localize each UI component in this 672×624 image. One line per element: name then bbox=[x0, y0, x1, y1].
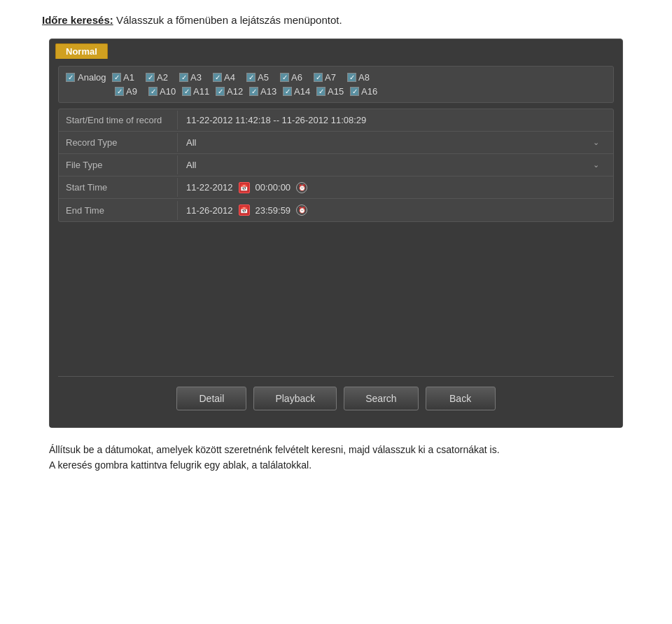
form-row-start-time: Start Time 11-22-2012 📅 00:00:00 ⏰ bbox=[59, 176, 613, 199]
file-type-label: File Type bbox=[59, 155, 178, 174]
tab-bar: Normal bbox=[50, 39, 622, 59]
channel-a1: ✓A1 bbox=[112, 72, 141, 83]
footer-line1: Állítsuk be a dátumokat, amelyek között … bbox=[49, 442, 623, 457]
channel-a4: ✓A4 bbox=[213, 72, 242, 83]
start-clock-icon[interactable]: ⏰ bbox=[296, 182, 307, 193]
start-date-text: 11-22-2012 bbox=[186, 182, 233, 193]
form-row-file-type: File Type All ⌄ bbox=[59, 154, 613, 176]
dvr-panel: Normal ✓ Analog ✓A1 ✓A2 ✓A3 ✓A4 ✓A5 ✓A6 … bbox=[49, 39, 623, 428]
form-section: Start/End time of record 11-22-2012 11:4… bbox=[58, 109, 614, 222]
form-row-record-type: Record Type All ⌄ bbox=[59, 132, 613, 154]
analog-checkbox[interactable]: ✓ bbox=[66, 73, 75, 82]
channel-a14: ✓A14 bbox=[283, 86, 312, 97]
footer-text: Állítsuk be a dátumokat, amelyek között … bbox=[49, 442, 623, 473]
channel-a8: ✓A8 bbox=[347, 72, 377, 83]
dvr-content: ✓ Analog ✓A1 ✓A2 ✓A3 ✓A4 ✓A5 ✓A6 ✓A7 ✓A8… bbox=[50, 59, 622, 427]
channel-a12: ✓A12 bbox=[216, 86, 245, 97]
analog-label: ✓ Analog bbox=[66, 72, 108, 83]
header-instruction: Időre keresés: Válasszuk a főmenüben a l… bbox=[42, 14, 630, 26]
start-time-text: 00:00:00 bbox=[255, 182, 291, 193]
channel-a5: ✓A5 bbox=[246, 72, 276, 83]
start-end-label: Start/End time of record bbox=[59, 111, 178, 130]
channel-a13: ✓A13 bbox=[249, 86, 279, 97]
back-button[interactable]: Back bbox=[426, 387, 496, 410]
header-text: Válasszuk a főmenüben a lejátszás menüpo… bbox=[113, 14, 342, 26]
end-time-value: 11-26-2012 📅 23:59:59 ⏰ bbox=[178, 200, 613, 220]
end-time-label: End Time bbox=[59, 201, 178, 220]
file-type-value[interactable]: All ⌄ bbox=[178, 155, 613, 174]
record-type-label: Record Type bbox=[59, 133, 178, 152]
channel-section: ✓ Analog ✓A1 ✓A2 ✓A3 ✓A4 ✓A5 ✓A6 ✓A7 ✓A8… bbox=[58, 66, 614, 103]
start-end-value: 11-22-2012 11:42:18 -- 11-26-2012 11:08:… bbox=[178, 111, 613, 130]
end-time-text: 23:59:59 bbox=[255, 205, 291, 216]
header-bold: Időre keresés: bbox=[42, 14, 113, 26]
channel-a6: ✓A6 bbox=[280, 72, 309, 83]
channel-a10: ✓A10 bbox=[148, 86, 178, 97]
form-row-start-end: Start/End time of record 11-22-2012 11:4… bbox=[59, 109, 613, 132]
start-time-label: Start Time bbox=[59, 178, 178, 197]
start-calendar-icon[interactable]: 📅 bbox=[239, 182, 250, 193]
button-row: Detail Playback Search Back bbox=[58, 376, 614, 420]
end-calendar-icon[interactable]: 📅 bbox=[239, 204, 250, 216]
channel-a11: ✓A11 bbox=[182, 86, 211, 97]
channel-row-1: ✓ Analog ✓A1 ✓A2 ✓A3 ✓A4 ✓A5 ✓A6 ✓A7 ✓A8 bbox=[66, 72, 606, 83]
channel-a3: ✓A3 bbox=[179, 72, 209, 83]
channel-a16: ✓A16 bbox=[350, 86, 379, 97]
search-button[interactable]: Search bbox=[344, 387, 418, 410]
channel-a15: ✓A15 bbox=[316, 86, 346, 97]
footer-line2: A keresés gombra kattintva felugrik egy … bbox=[49, 457, 623, 473]
channel-a9: ✓A9 bbox=[115, 86, 144, 97]
end-clock-icon[interactable]: ⏰ bbox=[296, 204, 307, 216]
record-type-dropdown-icon: ⌄ bbox=[593, 138, 605, 147]
empty-area bbox=[58, 222, 614, 376]
form-row-end-time: End Time 11-26-2012 📅 23:59:59 ⏰ bbox=[59, 199, 613, 221]
playback-button[interactable]: Playback bbox=[253, 387, 337, 410]
record-type-value[interactable]: All ⌄ bbox=[178, 133, 613, 152]
end-date-text: 11-26-2012 bbox=[186, 205, 233, 216]
channel-a2: ✓A2 bbox=[146, 72, 175, 83]
detail-button[interactable]: Detail bbox=[176, 387, 246, 410]
normal-tab[interactable]: Normal bbox=[55, 43, 108, 59]
file-type-dropdown-icon: ⌄ bbox=[593, 160, 605, 169]
channel-a7: ✓A7 bbox=[314, 72, 343, 83]
channel-row-2: ✓A9 ✓A10 ✓A11 ✓A12 ✓A13 ✓A14 ✓A15 ✓A16 bbox=[66, 86, 606, 97]
start-time-value: 11-22-2012 📅 00:00:00 ⏰ bbox=[178, 178, 613, 197]
